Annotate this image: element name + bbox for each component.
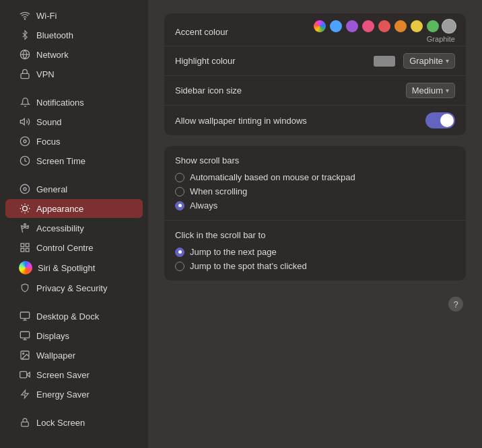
scroll-when-option[interactable]: When scrolling — [175, 186, 455, 196]
svg-rect-26 — [20, 332, 29, 338]
scroll-when-label: When scrolling — [190, 186, 247, 196]
scroll-auto-radio[interactable] — [175, 173, 184, 182]
svg-line-13 — [28, 211, 28, 212]
siri-icon — [19, 261, 32, 274]
svg-point-8 — [24, 188, 26, 190]
accent-colour-card: Accent colour Graphite — [164, 13, 466, 135]
sidebar-item-general[interactable]: General — [5, 180, 143, 198]
highlight-colour-swatch — [374, 56, 395, 67]
accent-dot-green[interactable] — [427, 20, 439, 32]
accent-colour-label: Accent colour — [175, 27, 314, 37]
svg-point-18 — [24, 223, 26, 225]
accent-colors — [314, 20, 455, 32]
accent-dot-blue[interactable] — [330, 20, 342, 32]
wallpaper-tinting-row: Allow wallpaper tinting in windows — [164, 106, 466, 135]
svg-line-17 — [28, 205, 28, 206]
click-next-page-label: Jump to the next page — [190, 247, 277, 257]
sidebar-icon-size-dropdown[interactable]: Medium ▾ — [406, 83, 455, 98]
chevron-down-icon: ▾ — [446, 57, 449, 65]
sidebar-item-wallpaper[interactable]: Wallpaper — [5, 346, 143, 365]
sidebar-item-accessibility[interactable]: Accessibility — [5, 219, 143, 237]
sidebar-item-control-centre-label: Control Centre — [36, 243, 94, 253]
accent-dot-pink[interactable] — [362, 20, 374, 32]
click-spot-radio[interactable] — [175, 262, 184, 271]
click-next-page-radio[interactable] — [175, 248, 184, 257]
chevron-down-icon-2: ▾ — [446, 87, 449, 94]
svg-point-5 — [20, 137, 29, 145]
sidebar-item-lock-screen-label: Lock Screen — [36, 418, 85, 428]
accent-dot-red[interactable] — [378, 20, 390, 32]
svg-point-6 — [24, 140, 26, 143]
svg-rect-32 — [20, 371, 27, 377]
sidebar-item-sound-label: Sound — [36, 117, 62, 127]
svg-rect-33 — [22, 422, 29, 426]
sidebar: Wi-Fi Bluetooth Network VPN — [0, 0, 148, 448]
privacy-icon — [19, 282, 31, 294]
sidebar-item-control-centre[interactable]: Control Centre — [5, 238, 143, 257]
sidebar-item-network[interactable]: Network — [5, 45, 143, 64]
svg-point-30 — [23, 353, 24, 354]
accent-dot-orange[interactable] — [394, 20, 407, 32]
scroll-auto-label: Automatically based on mouse or trackpad — [190, 172, 355, 182]
sidebar-item-screen-time-label: Screen Time — [36, 156, 85, 166]
sidebar-item-displays-label: Displays — [36, 331, 69, 341]
sidebar-item-bluetooth-label: Bluetooth — [36, 30, 73, 40]
click-spot-option[interactable]: Jump to the spot that's clicked — [175, 261, 455, 271]
sidebar-item-focus[interactable]: Focus — [5, 132, 143, 151]
wallpaper-icon — [19, 349, 31, 361]
screen-saver-icon — [19, 369, 31, 381]
svg-rect-3 — [21, 73, 29, 78]
accent-colours-wrap: Graphite — [314, 20, 455, 43]
appearance-icon — [19, 202, 31, 215]
sidebar-item-vpn-label: VPN — [36, 69, 55, 79]
sidebar-item-siri-label: Siri & Spotlight — [38, 263, 95, 273]
sidebar-item-bluetooth[interactable]: Bluetooth — [5, 26, 143, 44]
accent-dot-multicolor[interactable] — [314, 20, 326, 32]
sidebar-item-wifi-label: Wi-Fi — [36, 11, 57, 21]
click-next-page-option[interactable]: Jump to the next page — [175, 247, 455, 257]
accent-dot-graphite[interactable] — [443, 20, 455, 32]
vpn-icon — [19, 68, 31, 80]
sidebar-item-wifi[interactable]: Wi-Fi — [5, 6, 143, 25]
sidebar-item-appearance[interactable]: Appearance — [5, 199, 143, 218]
sidebar-item-vpn[interactable]: VPN — [5, 65, 143, 83]
scroll-always-option[interactable]: Always — [175, 200, 455, 211]
click-scroll-bar-title: Click in the scroll bar to — [175, 230, 455, 240]
sidebar-icon-size-row: Sidebar icon size Medium ▾ — [164, 76, 466, 106]
svg-rect-22 — [21, 248, 24, 252]
sidebar-item-screen-saver[interactable]: Screen Saver — [5, 365, 143, 384]
help-button[interactable]: ? — [448, 297, 463, 311]
sidebar-item-privacy[interactable]: Privacy & Security — [5, 278, 143, 297]
bluetooth-icon — [19, 29, 31, 41]
graphite-label: Graphite — [427, 35, 455, 43]
svg-rect-21 — [26, 248, 29, 252]
sidebar-item-desktop-dock[interactable]: Desktop & Dock — [5, 307, 143, 326]
sidebar-item-sound[interactable]: Sound — [5, 112, 143, 131]
accent-dot-yellow[interactable] — [411, 20, 423, 32]
sidebar-item-desktop-dock-label: Desktop & Dock — [36, 311, 99, 322]
wifi-icon — [19, 9, 31, 22]
sidebar-icon-size-control: Medium ▾ — [406, 83, 455, 98]
sidebar-item-siri[interactable]: Siri & Spotlight — [5, 258, 143, 278]
sidebar-item-general-label: General — [36, 184, 67, 194]
focus-icon — [19, 135, 31, 147]
svg-marker-4 — [20, 118, 24, 124]
svg-rect-20 — [26, 244, 29, 247]
scroll-when-radio[interactable] — [175, 187, 184, 196]
desktop-dock-icon — [19, 310, 31, 322]
highlight-colour-row: Highlight colour Graphite ▾ — [164, 46, 466, 76]
notifications-icon — [19, 96, 31, 108]
sidebar-item-screen-time[interactable]: Screen Time — [5, 151, 143, 170]
sidebar-item-energy-saver-label: Energy Saver — [36, 389, 90, 400]
scroll-always-radio[interactable] — [175, 201, 184, 211]
sidebar-item-notifications[interactable]: Notifications — [5, 93, 143, 112]
click-scroll-bar-section: Click in the scroll bar to Jump to the n… — [164, 220, 466, 281]
scroll-auto-option[interactable]: Automatically based on mouse or trackpad — [175, 172, 455, 182]
sidebar-item-lock-screen[interactable]: Lock Screen — [5, 413, 143, 432]
sidebar-icon-size-value: Medium — [412, 85, 443, 96]
wallpaper-tinting-toggle[interactable] — [425, 112, 455, 128]
sidebar-item-displays[interactable]: Displays — [5, 326, 143, 345]
accent-dot-purple[interactable] — [346, 20, 358, 32]
sidebar-item-energy-saver[interactable]: Energy Saver — [5, 385, 143, 404]
highlight-colour-dropdown[interactable]: Graphite ▾ — [403, 53, 455, 69]
